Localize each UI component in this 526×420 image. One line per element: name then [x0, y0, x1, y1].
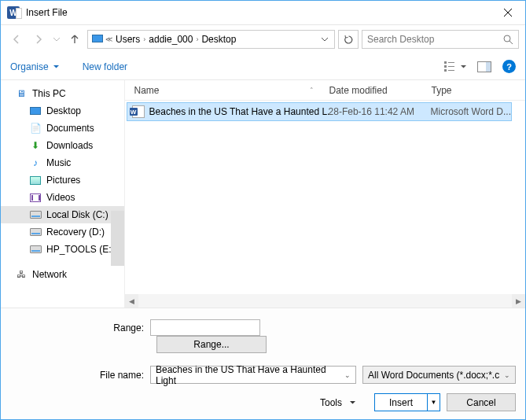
search-input[interactable]: Search Desktop — [362, 30, 519, 49]
svg-rect-3 — [444, 65, 447, 68]
range-input[interactable] — [150, 319, 260, 336]
chevron-down-icon: ⌄ — [344, 371, 351, 379]
window-title: Insert File — [26, 7, 490, 18]
file-name: Beaches in the US That Have a Haunted L.… — [149, 106, 329, 117]
preview-pane-button[interactable] — [477, 61, 491, 72]
file-row[interactable]: Beaches in the US That Have a Haunted L.… — [127, 102, 512, 121]
bottom-panel: Range: Range... File name: Beaches in th… — [1, 308, 525, 419]
scroll-left-icon[interactable]: ◀ — [125, 294, 138, 308]
back-button[interactable] — [7, 30, 26, 49]
filetype-value: All Word Documents (*.docx;*.c — [368, 370, 499, 381]
chevron-down-icon: ⌄ — [504, 371, 510, 379]
forward-button[interactable] — [29, 30, 48, 49]
tree-network[interactable]: 🖧Network — [1, 266, 124, 283]
disk-icon — [29, 243, 42, 256]
disk-icon — [29, 208, 42, 221]
search-icon — [503, 35, 513, 45]
tree-pictures[interactable]: Pictures — [1, 171, 124, 189]
filename-combo[interactable]: Beaches in the US That Have a Haunted Li… — [150, 366, 356, 384]
tree-recovery[interactable]: Recovery (D:) — [1, 223, 124, 241]
word-doc-icon — [132, 105, 145, 118]
svg-rect-4 — [448, 66, 454, 67]
pc-icon: 🖥 — [15, 87, 28, 100]
list-view-icon — [444, 61, 458, 72]
scroll-right-icon[interactable]: ▶ — [512, 294, 525, 308]
filetype-combo[interactable]: All Word Documents (*.docx;*.c ⌄ — [362, 366, 516, 384]
tree-local-disk[interactable]: Local Disk (C:) — [1, 206, 124, 223]
tree-documents[interactable]: Documents — [1, 120, 124, 137]
recent-dropdown[interactable] — [51, 30, 62, 49]
address-bar[interactable]: ≪ Users › addie_000 › Desktop — [87, 30, 335, 49]
sidebar: 🖥This PC Desktop Documents ⬇Downloads ♪M… — [1, 80, 124, 308]
filename-value: Beaches in the US That Have a Haunted Li… — [156, 364, 344, 386]
column-name[interactable]: Name˄ — [125, 85, 329, 96]
videos-icon — [29, 191, 42, 204]
insert-dropdown[interactable]: ▼ — [427, 394, 440, 411]
toolbar: Organise New folder ? — [1, 53, 525, 80]
svg-rect-6 — [448, 70, 454, 71]
cancel-button[interactable]: Cancel — [447, 393, 516, 411]
music-icon: ♪ — [29, 157, 42, 169]
view-button[interactable] — [444, 61, 466, 72]
svg-rect-8 — [486, 62, 491, 72]
svg-rect-5 — [444, 69, 447, 72]
range-button[interactable]: Range... — [156, 336, 267, 353]
help-button[interactable]: ? — [502, 60, 516, 73]
svg-rect-2 — [448, 62, 454, 63]
range-label: Range: — [10, 322, 150, 333]
breadcrumb-segment[interactable]: Desktop — [198, 34, 239, 45]
pictures-icon — [29, 174, 42, 186]
breadcrumb-segment[interactable]: addie_000 — [145, 34, 196, 45]
close-button[interactable] — [490, 1, 525, 24]
tree-music[interactable]: ♪Music — [1, 154, 124, 171]
new-folder-button[interactable]: New folder — [83, 61, 127, 72]
chevron-down-icon — [461, 65, 466, 68]
main-area: 🖥This PC Desktop Documents ⬇Downloads ♪M… — [1, 80, 525, 308]
network-icon: 🖧 — [15, 268, 28, 281]
tree-downloads[interactable]: ⬇Downloads — [1, 137, 124, 154]
svg-point-0 — [504, 35, 510, 42]
preview-icon — [477, 61, 491, 72]
chevron-down-icon — [53, 65, 59, 68]
column-headers: Name˄ Date modified Type — [125, 80, 525, 101]
tree-videos[interactable]: Videos — [1, 189, 124, 206]
column-date[interactable]: Date modified — [329, 85, 432, 96]
filename-label: File name: — [10, 370, 150, 381]
file-date: 28-Feb-16 11:42 AM — [329, 106, 431, 117]
chevron-icon: ≪ — [105, 35, 112, 43]
tree-this-pc[interactable]: 🖥This PC — [1, 85, 124, 102]
up-button[interactable] — [65, 30, 84, 49]
pc-icon — [92, 34, 103, 45]
word-icon: W — [7, 6, 20, 19]
file-type: Microsoft Word D... — [431, 106, 511, 117]
horizontal-scrollbar[interactable]: ◀ ▶ — [125, 294, 525, 308]
insert-button[interactable]: Insert ▼ — [374, 393, 440, 411]
column-type[interactable]: Type — [432, 85, 525, 96]
sort-indicator-icon: ˄ — [310, 87, 314, 94]
downloads-icon: ⬇ — [29, 139, 42, 152]
file-list: Name˄ Date modified Type Beaches in the … — [124, 80, 525, 308]
address-dropdown[interactable] — [317, 38, 333, 42]
search-placeholder: Search Desktop — [367, 34, 503, 45]
disk-icon — [29, 226, 42, 238]
breadcrumb-segment[interactable]: Users — [112, 34, 143, 45]
organise-button[interactable]: Organise — [10, 61, 59, 72]
svg-rect-1 — [444, 61, 447, 64]
title-bar: W Insert File — [1, 1, 525, 25]
tree-desktop[interactable]: Desktop — [1, 102, 124, 120]
tree-hptools[interactable]: HP_TOOLS (E:) — [1, 241, 124, 258]
chevron-down-icon — [350, 401, 355, 404]
tools-button[interactable]: Tools — [320, 397, 355, 408]
nav-bar: ≪ Users › addie_000 › Desktop Search Des… — [1, 25, 525, 53]
desktop-icon — [29, 105, 42, 117]
sidebar-scrollbar[interactable] — [111, 80, 124, 308]
refresh-button[interactable] — [338, 30, 359, 49]
documents-icon — [29, 122, 42, 134]
